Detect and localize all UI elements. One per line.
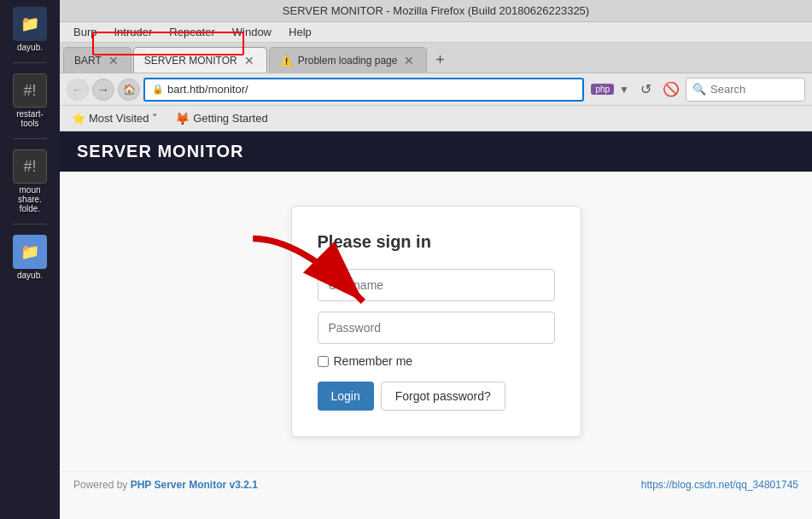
folder-icon: 📁	[13, 7, 47, 41]
remember-row: Remember me	[318, 354, 555, 368]
tab-server-monitor-close[interactable]: ✕	[242, 54, 256, 67]
desktop-icon-dayub2[interactable]: 📁 dayub.	[8, 235, 52, 280]
icon-label-dayub1: dayub.	[17, 43, 43, 52]
terminal-icon-2: #!	[13, 149, 47, 184]
remember-label: Remember me	[334, 354, 413, 368]
desktop-icon-dayub1[interactable]: 📁 dayub.	[8, 7, 52, 52]
login-card: Please sign in Remember me Login Forgot …	[291, 206, 581, 437]
address-bar: ← → 🏠 🔒 bart.htb/monitor/ php ▼ ↺ 🚫 🔍	[60, 73, 812, 106]
reload-button[interactable]: ↺	[634, 79, 657, 101]
page-footer: Powered by PHP Server Monitor v3.2.1 htt…	[60, 471, 812, 498]
tab-server-monitor-label: SERVER MONITOR	[144, 55, 237, 67]
forgot-password-button[interactable]: Forgot password?	[381, 382, 505, 411]
back-button[interactable]: ←	[67, 79, 89, 101]
menu-help[interactable]: Help	[282, 24, 318, 40]
bookmark-getting-started-label: Getting Started	[193, 112, 267, 125]
search-icon: 🔍	[692, 83, 706, 96]
bookmarks-bar: ⭐ Most Visited ˅ 🦊 Getting Started	[60, 106, 812, 131]
desktop-icon-mount[interactable]: #! moun share. folde.	[8, 149, 52, 213]
server-monitor-title: SERVER MONITOR	[77, 142, 244, 160]
tab-bar: BART ✕ SERVER MONITOR ✕ ⚠️ Problem loadi…	[60, 43, 812, 73]
username-field[interactable]	[318, 269, 555, 301]
tab-bart[interactable]: BART ✕	[63, 47, 131, 73]
url-text: bart.htb/monitor/	[167, 83, 575, 96]
desktop: 📁 dayub. #! restart- tools #! moun share…	[0, 0, 812, 519]
icon-label-mount: moun share. folde.	[18, 185, 42, 213]
firefox-icon: 🦊	[175, 112, 190, 125]
search-wrapper: 🔍	[686, 78, 805, 102]
tab-problem[interactable]: ⚠️ Problem loading page ✕	[269, 47, 428, 73]
tab-bart-label: BART	[74, 55, 102, 67]
bookmark-most-visited-label: Most Visited ˅	[89, 112, 158, 125]
bookmark-getting-started[interactable]: 🦊 Getting Started	[170, 110, 272, 127]
icon-label-dayub2: dayub.	[17, 271, 43, 280]
menu-intruder[interactable]: Intruder	[107, 24, 159, 40]
browser-window: SERVER MONITOR - Mozilla Firefox (Build …	[60, 0, 812, 519]
login-button[interactable]: Login	[318, 382, 374, 411]
new-tab-button[interactable]: +	[429, 49, 451, 71]
separator	[13, 62, 47, 63]
window-title: SERVER MONITOR - Mozilla Firefox (Build …	[283, 4, 589, 17]
title-bar: SERVER MONITOR - Mozilla Firefox (Build …	[60, 0, 812, 22]
php-badge: php	[591, 84, 614, 95]
lock-icon: 🔒	[152, 84, 164, 95]
home-button[interactable]: 🏠	[118, 79, 140, 101]
menu-bar: Burp Intruder Repeater Window Help	[60, 22, 812, 43]
footer-powered-text: Powered by	[73, 479, 131, 491]
url-dropdown[interactable]: ▼	[617, 84, 631, 96]
tab-problem-label: Problem loading page	[298, 55, 398, 67]
separator3	[13, 224, 47, 225]
footer-powered: Powered by PHP Server Monitor v3.2.1	[73, 479, 258, 491]
tab-server-monitor[interactable]: SERVER MONITOR ✕	[133, 47, 267, 73]
bookmark-most-visited[interactable]: ⭐ Most Visited ˅	[67, 110, 163, 126]
page-content: SERVER MONITOR	[60, 131, 812, 519]
remember-checkbox[interactable]	[318, 356, 329, 367]
tab-bart-close[interactable]: ✕	[107, 54, 120, 67]
forward-button[interactable]: →	[92, 79, 114, 101]
menu-repeater[interactable]: Repeater	[162, 24, 221, 40]
menu-window[interactable]: Window	[225, 24, 278, 40]
main-content: Please sign in Remember me Login Forgot …	[60, 172, 812, 471]
server-monitor-header: SERVER MONITOR	[60, 131, 812, 172]
folder-icon-2: 📁	[13, 235, 47, 269]
stop-button[interactable]: 🚫	[660, 79, 682, 101]
taskbar-left: 📁 dayub. #! restart- tools #! moun share…	[0, 0, 60, 519]
desktop-icon-restart[interactable]: #! restart- tools	[8, 73, 52, 128]
login-title: Please sign in	[318, 232, 555, 252]
separator2	[13, 138, 47, 139]
most-visited-icon: ⭐	[72, 112, 85, 125]
footer-link[interactable]: PHP Server Monitor v3.2.1	[131, 479, 258, 491]
icon-label-restart: restart- tools	[16, 109, 44, 128]
menu-burp[interactable]: Burp	[67, 24, 103, 40]
password-field[interactable]	[318, 312, 555, 344]
btn-row: Login Forgot password?	[318, 382, 555, 411]
terminal-icon: #!	[13, 73, 47, 108]
url-bar[interactable]: 🔒 bart.htb/monitor/	[143, 78, 584, 102]
footer-url: https://blog.csdn.net/qq_34801745	[641, 479, 798, 491]
tab-problem-close[interactable]: ✕	[402, 54, 416, 67]
warning-icon: ⚠️	[280, 55, 293, 67]
